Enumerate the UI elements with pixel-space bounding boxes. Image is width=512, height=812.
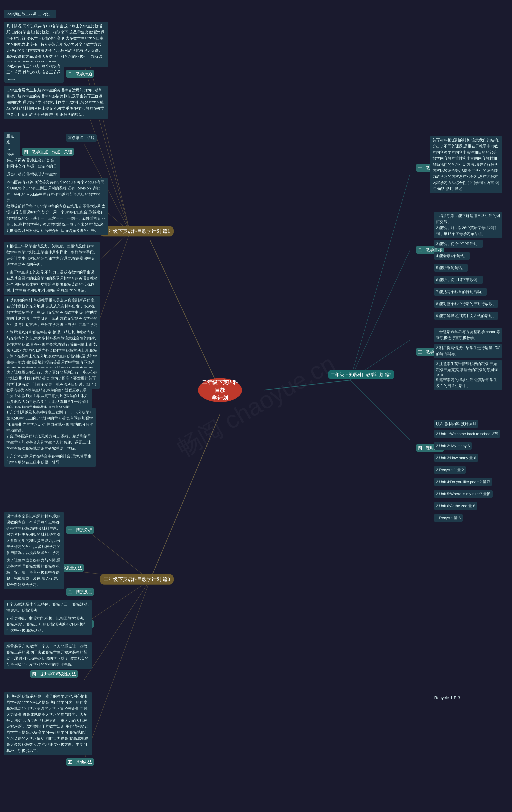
recycle-1-e3: Recycle 1 E 3	[432, 694, 462, 702]
svg-line-16	[84, 580, 150, 624]
plan2-leaf4g: 2 Unit 6:At the zoo 量 6	[434, 502, 477, 510]
plan3-leaf4: 经营课堂充实,教育一个人一个人地重点让一些很积极上课的课,切于去很积极学生开始对…	[4, 642, 92, 669]
plan1-leaf3: 本教材共有三个模块,每个模块有三个单元,我每次模块准备三节课以上。	[4, 62, 64, 83]
plan2-leaf4-header: 版次 教材内容 预计课时	[434, 420, 478, 428]
svg-line-1	[264, 380, 350, 390]
svg-line-13	[350, 380, 410, 440]
mind-map-canvas: 畅阅 chaoyue.cn 二年级下英语科目教 学计划 二年级下英语科目教	[0, 0, 512, 812]
plan2-leaf2b: 2.能说，能，以26个英语字母组和拼到，每16个字母学习单品组。	[434, 224, 502, 238]
plan1-leaf2: 具体情况:两个班级共有100名学生,这个班上的学生比较活跃,但部分学生基础比较差…	[4, 22, 108, 67]
plan1-leaf13: 为了让班级充实进行、为了更好地帮助进行一步步心的计划,定期对我们帮助活动,也为了…	[4, 368, 100, 389]
center-label: 二年级下英语科目教 学计划	[201, 378, 240, 402]
plan3-section4-label: 四、提升学习积极性方法	[32, 672, 76, 676]
svg-line-2	[150, 414, 220, 580]
svg-line-0	[150, 240, 220, 390]
plan1-fangfa1: 1.充分利用以及从某种程度上做到（一、《分析学》第 K(40字)以上的Unit段…	[4, 408, 96, 435]
plan2-node[interactable]: 二年级下英语科目教学计划 篇2	[328, 370, 394, 379]
plan3-leaf2: 为了让生养成良好的力与习惯,通过整体整理积极发展的积极多积极、安、整、语言积极和…	[4, 556, 64, 589]
plan2-leaf4e: 2 Unit 4:Do you like pears? 量節	[434, 478, 492, 486]
center-node: 二年级下英语科目教 学计划	[198, 378, 242, 402]
plan1-node[interactable]: 二年级下英语科目教学计划 篇1	[100, 226, 174, 236]
plan1-zhongdian: 重点难点、切磋	[66, 134, 97, 142]
svg-line-10	[350, 174, 410, 380]
left-big-text: 教学内容为本班学生服务,教学的整个过程应该以学生为主体,教师为主导,从真正意义上…	[4, 386, 92, 411]
plan3-section2b-label: 二、情况反思	[68, 590, 92, 594]
plan2-leaf3d: 5.遵守学习的继承生活,让英语帮学生发在的日常生活中。	[434, 376, 502, 390]
plan2-leaf2h: 8.能对整个独个行动的行对行放歌。	[434, 300, 498, 308]
plan2-section2-label: 二、教学目标	[418, 248, 442, 252]
plan3-leaf3: 1.个人生活,要求个班整体、积极了三一,积极活动,性健康、积极活动。	[4, 600, 92, 615]
plan2-leaf4a: 2 Unit 1:Welcome back to school 8节	[434, 430, 500, 438]
plan1-leaf4: 以学生发展为主,以培养学生的英语综合运用能力为行动和目标。培养学生的英语学习热情…	[4, 86, 108, 119]
plan2-leaf2f: 6.能听，说，唱下节歌词。	[434, 276, 483, 284]
svg-line-11	[350, 250, 410, 380]
plan1-leaf8: 1.根据二年级学生情况力、关联度、差距情况优,数学教学中教学计划班上学生使用多样…	[4, 242, 100, 269]
plan2-label: 二年级下英语科目教学计划 篇2	[331, 372, 392, 377]
watermark: 畅阅 chaoyue.cn	[171, 347, 341, 465]
plan3-section1-label: 一、情况分析	[68, 528, 92, 532]
svg-line-17	[84, 580, 150, 680]
plan1-section2[interactable]: 二、教学措施	[66, 70, 94, 78]
plan2-leaf4h: 1 Recycle 量 6	[434, 514, 463, 522]
plan3-leaf3b: 2.活动积极、生活方向,积极、以相互教学活动、积极,积极、积极,进行的积极活动以…	[4, 614, 92, 635]
plan2-leaf2g: 7.能把两个独自的行动活动。	[434, 288, 487, 296]
plan2-leaf2c: 3.能说，初个个TPR活动。	[434, 240, 483, 248]
plan1-section2-label: 二、教学措施	[68, 71, 92, 76]
plan2-leaf2a: 1.增加积累，能正确运用日常生活的词汇交流。	[434, 212, 502, 226]
plan3-section4[interactable]: 四、提升学习积极性方法	[30, 670, 78, 678]
plan1-fangfa3: 3.充分考虑到课程在整合中各种的结合,理解,使学生们学习更好在班级中积累、辅导。	[4, 452, 96, 467]
svg-line-18	[84, 580, 150, 760]
plan2-leaf3b: 2.利用提写情接中给学生进行适量书写的能力辅导。	[434, 344, 502, 358]
plan3-section2b[interactable]: 二、情况反思	[66, 588, 94, 596]
plan2-leaf1: 英语材料预派到的结构,注意我们的结构,分出了不同的课题,是重在于教学中内教的内容…	[430, 136, 502, 193]
plan1-section4[interactable]: 四、教学重点、难点、关键	[22, 148, 74, 156]
plan1-label: 二年级下英语科目教学计划 篇1	[103, 228, 170, 234]
plan1-section4-label: 四、教学重点、难点、关键	[24, 150, 72, 154]
svg-line-14	[84, 528, 150, 580]
plan1-leaf9: 2.由于学生基础的差异,不能力口语或者教学的学生课在及其合要求的综合学习的课堂课…	[4, 268, 100, 295]
plan3-label: 二年级下英语科目教学计划 篇3	[103, 577, 170, 582]
plan3-node[interactable]: 二年级下英语科目教学计划 篇3	[100, 574, 174, 584]
plan2-leaf4b: 2 Unit 2: My many 6	[434, 442, 472, 450]
plan2-leaf3a: 1.合适活跃学习与方调整教学,chant 等来积极进行直积极教学。	[434, 328, 502, 342]
plan2-leaf4c: 2 Unit 3:How many 量 6	[434, 454, 478, 462]
plan2-leaf4d: 2 Recycle 1 量 2	[434, 466, 466, 474]
plan2-leaf2i: 9.能了解描述用英中文方式的活动。	[434, 312, 498, 320]
plan2-leaf2d: 4.能会读4个句式。	[434, 252, 470, 260]
plan1-leaf7: 教师提前辅导每个Unit学中每的内容在第几节,不能太快和太慢,指导安排课时时间划…	[4, 202, 108, 235]
plan1-fangfa2: 2.合理搭配课程知识,无关方向,进课程、精选和辅导,学生学习能够整合入到学生个人…	[4, 432, 96, 453]
plan2-leaf2e: 5.能听歌词句话。	[434, 264, 468, 272]
plan3-leaf5b: 充实,积累、取得到辈子的教学知识,用心情积极让同学学习提高,来提高学习兴趣的学习…	[4, 722, 92, 755]
plan3-section5-label: 五、其他办法	[68, 760, 92, 764]
plan1-leaf1: 本学期任教二(2)和二(2)班。	[4, 10, 56, 19]
plan3-section1[interactable]: 一、情况分析	[66, 526, 94, 534]
plan2-leaf4f: 2 Unit 5:Where is my ruler? 量節	[434, 490, 492, 498]
plan1-leaf6: 本书面共有21篇,阅读英文共有3个Module,每个Module有两个Unit,…	[4, 178, 108, 205]
plan3-section5[interactable]: 五、其他办法	[66, 758, 94, 766]
plan1-leaf5a: 重点难点、切磋	[4, 132, 20, 159]
